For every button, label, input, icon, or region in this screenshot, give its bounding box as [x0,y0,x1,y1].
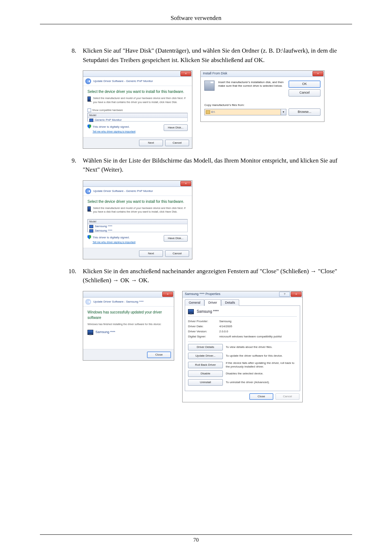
back-icon[interactable] [85,188,91,194]
step-text-9: Wählen Sie in der Liste der Bildschirme … [83,156,352,175]
window-title: Samsung **** Properties [185,292,220,297]
close-button[interactable]: Close [147,352,171,358]
signing-link[interactable]: Tell me why driver signing is important [93,241,135,243]
tab-general[interactable]: General [185,299,204,306]
show-compatible-label: Show compatible hardware [92,108,123,112]
properties-window: Samsung **** Properties ? × General Driv… [182,291,303,403]
crumb-text: Update Driver Software - Samsung **** [93,300,144,304]
titlebar: × [83,181,192,187]
model-name: Samsung **** [95,229,112,233]
step-text-8: Klicken Sie auf "Have Disk" (Datenträger… [83,46,352,65]
update-driver-button[interactable]: Update Driver... [188,353,223,359]
breadcrumb: Update Driver Software - Generic PnP Mon… [83,187,192,196]
monitor-icon [87,206,91,212]
header-rule [40,24,352,24]
copy-from-label: Copy manufacturer's files from: [204,103,320,107]
close-icon[interactable]: × [313,71,323,76]
model-row[interactable]: Samsung **** [88,224,187,229]
cancel-button[interactable]: Cancel [165,250,189,257]
step-number-9: 9. [40,156,83,165]
help-icon[interactable]: ? [279,292,290,297]
page-header: Software verwenden [40,15,352,22]
footer-rule [40,534,352,535]
model-column-header: Model [88,219,187,225]
have-disk-button[interactable]: Have Disk... [164,235,188,242]
uninstall-button[interactable]: Uninstall [188,379,223,386]
cancel-button[interactable]: Cancel [289,89,320,97]
action-desc: If the device fails after updating the d… [226,361,297,368]
prop-value: microsoft windows hardware compatibility… [219,335,282,339]
prop-label: Driver Version: [188,329,219,334]
prop-value: 4/14/2005 [219,324,232,329]
monitor-icon [89,229,93,233]
back-icon[interactable] [85,78,91,84]
model-column-header: Model [88,113,187,118]
back-icon [85,299,91,305]
titlebar: × [83,71,192,77]
model-row[interactable]: Samsung **** [88,229,187,233]
action-desc: To uninstall the driver (Advanced). [226,381,270,384]
chevron-down-icon[interactable]: ▼ [281,109,286,115]
step-text-10: Klicken Sie in den anschießend nacheinan… [83,267,352,285]
have-disk-button[interactable]: Have Disk... [164,124,188,131]
driver-details-button[interactable]: Driver Details [188,344,223,350]
breadcrumb: Update Driver Software - Generic PnP Mon… [83,77,192,86]
shield-icon [87,235,91,239]
signing-link[interactable]: Tell me why driver signing is important [93,130,135,133]
model-name: Samsung **** [95,224,112,229]
device-name: Samsung **** [197,309,219,314]
wizard-heading: Select the device driver you want to ins… [87,89,188,94]
page-number: 70 [40,537,352,543]
window-title: Install From Disk [203,71,227,76]
monitor-icon [87,97,91,102]
path-combobox[interactable]: D:\ ▼ [204,109,286,115]
action-desc: Disables the selected device. [226,372,264,376]
close-button[interactable]: Close [249,393,273,400]
wizard-info: Select the manufacturer and model of you… [93,97,188,104]
next-button[interactable]: Next [139,140,163,146]
crumb-text: Update Driver Software - Generic PnP Mon… [93,79,153,83]
action-desc: To view details about the driver files. [226,345,273,349]
browse-button[interactable]: Browse... [289,108,320,116]
monitor-icon [87,330,93,335]
ok-button[interactable]: OK [289,81,320,88]
shield-icon [87,124,91,129]
disable-button[interactable]: Disable [188,370,223,377]
prop-label: Driver Provider: [188,319,219,324]
step-number-8: 8. [40,46,83,56]
titlebar: Samsung **** Properties ? × [183,291,302,297]
model-name: Generic PnP Monitor [95,118,122,122]
model-row[interactable]: Generic PnP Monitor [88,118,187,122]
breadcrumb: Update Driver Software - Samsung **** [83,297,174,307]
floppy-icon [204,81,215,91]
path-value: D:\ [211,110,215,114]
monitor-icon [89,119,93,122]
update-success-window: × Update Driver Software - Samsung **** … [83,291,174,361]
crumb-text: Update Driver Software - Generic PnP Mon… [93,189,153,193]
step-number-10: 10. [40,267,83,276]
monitor-icon [188,309,194,314]
wizard-info: Select the manufacturer and model of you… [93,206,188,214]
prop-label: Driver Date: [188,324,219,329]
prop-value: Samsung [219,319,232,324]
prop-label: Digital Signer: [188,335,219,339]
signed-text: This driver is digitally signed. [93,125,130,128]
titlebar: × [83,291,174,297]
show-compatible-checkbox[interactable] [87,108,91,112]
roll-back-driver-button[interactable]: Roll Back Driver [188,362,223,368]
close-icon[interactable]: × [162,292,173,297]
titlebar: Install From Disk × [201,71,324,77]
tab-driver[interactable]: Driver [204,299,221,306]
close-icon[interactable]: × [291,292,302,297]
tab-details[interactable]: Details [221,299,239,306]
device-name: Samsung **** [95,330,115,335]
cancel-button[interactable]: Cancel [165,140,189,146]
close-icon[interactable]: × [180,71,191,76]
ifd-message: Insert the manufacturer's installation d… [218,81,285,97]
close-icon[interactable]: × [180,181,191,186]
prop-value: 2.0.0.0 [219,329,228,334]
action-desc: To update the driver software for this d… [226,354,283,358]
update-driver-window-2: × Update Driver Software - Generic PnP M… [83,180,192,259]
success-info: Windows has finished installing the driv… [87,323,170,327]
next-button[interactable]: Next [139,250,163,257]
